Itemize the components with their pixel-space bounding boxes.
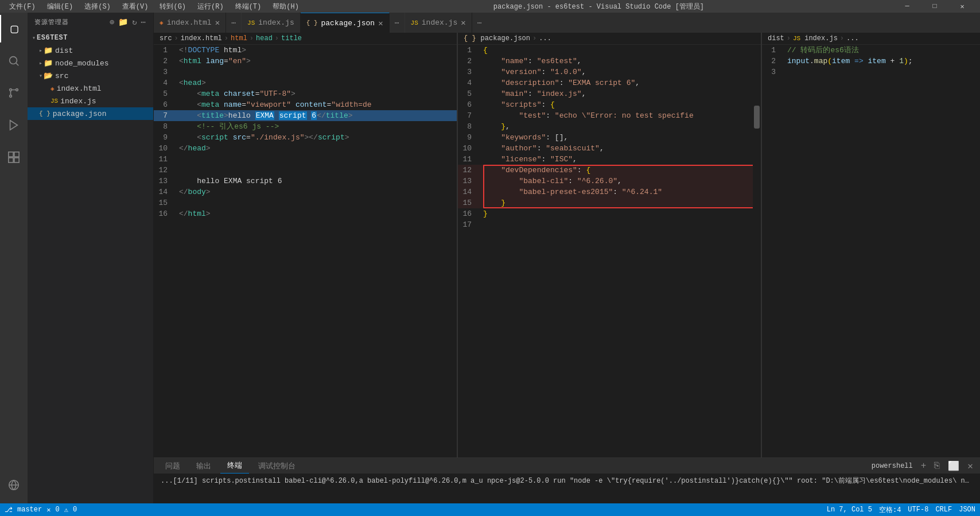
panel-tab-debug[interactable]: 调试控制台 bbox=[251, 458, 302, 474]
breadcrumb-sep2: › bbox=[224, 34, 228, 42]
tab-index-html[interactable]: ◈ index.html ✕ bbox=[154, 13, 226, 33]
svg-point-3 bbox=[16, 89, 18, 91]
sidebar-title: 资源管理器 bbox=[34, 18, 69, 26]
maximize-button[interactable]: □ bbox=[921, 0, 948, 13]
svg-point-0 bbox=[10, 57, 17, 64]
tree-root-item[interactable]: ▾ ES6TEST bbox=[28, 32, 153, 44]
code-line: 2 "name": "es6test", bbox=[458, 56, 761, 67]
code-area-left[interactable]: 1<!DOCTYPE html> 2<html lang="en"> 3 4<h… bbox=[154, 45, 457, 457]
search-icon[interactable] bbox=[0, 47, 28, 75]
sidebar-item-node-modules[interactable]: ▸ 📁 node_modules bbox=[28, 57, 153, 69]
breadcrumb-packagejson: package.json bbox=[481, 34, 530, 42]
breadcrumb-sep1: › bbox=[174, 34, 178, 42]
breadcrumb-sep3: › bbox=[250, 34, 254, 42]
tab-close-js-right[interactable]: ✕ bbox=[461, 18, 465, 28]
files-icon[interactable]: ▢ bbox=[0, 15, 28, 42]
window-title: package.json - es6test - Visual Studio C… bbox=[306, 2, 892, 11]
menu-select[interactable]: 选择(S) bbox=[80, 0, 115, 13]
new-folder-icon[interactable]: 📁 bbox=[118, 17, 129, 27]
split-terminal-icon[interactable]: ⎘ bbox=[932, 460, 942, 472]
sidebar-header: 资源管理器 ⊕ 📁 ↻ ⋯ bbox=[28, 13, 153, 32]
sidebar-item-src[interactable]: ▾ 📂 src bbox=[28, 69, 153, 82]
minimize-button[interactable]: ─ bbox=[894, 0, 920, 13]
code-area-right[interactable]: 1// 转码后的es6语法 2input.map(item => item + … bbox=[762, 45, 980, 457]
dist-label: dist bbox=[55, 46, 73, 55]
refresh-icon[interactable]: ↻ bbox=[132, 17, 137, 27]
mid-panel-overflow[interactable]: ⋯ bbox=[390, 13, 405, 33]
window-controls: ─ □ ✕ bbox=[894, 0, 975, 13]
tab-close-json[interactable]: ✕ bbox=[378, 18, 383, 28]
status-language[interactable]: JSON bbox=[959, 506, 975, 514]
new-file-icon[interactable]: ⊕ bbox=[110, 17, 115, 27]
menu-file[interactable]: 文件(F) bbox=[5, 0, 40, 13]
source-control-icon[interactable] bbox=[0, 79, 28, 107]
maximize-panel-icon[interactable]: ⬜ bbox=[946, 459, 962, 473]
status-eol[interactable]: CRLF bbox=[935, 506, 952, 514]
js-file-icon: JS bbox=[50, 98, 58, 104]
collapse-icon[interactable]: ⋯ bbox=[141, 17, 146, 27]
root-label: ES6TEST bbox=[37, 34, 68, 42]
breadcrumb-sep4: › bbox=[275, 34, 279, 42]
right-panel-overflow[interactable]: ⋯ bbox=[472, 13, 487, 33]
tab-package-json-label: package.json bbox=[321, 19, 375, 28]
chevron-right-icon: ▸ bbox=[39, 60, 42, 67]
tab-index-html-label: index.html bbox=[167, 18, 212, 27]
menu-terminal[interactable]: 终端(T) bbox=[231, 0, 266, 13]
code-area-middle[interactable]: 1{ 2 "name": "es6test", 3 "version": "1.… bbox=[458, 45, 761, 457]
menu-edit[interactable]: 编辑(E) bbox=[42, 0, 78, 13]
breadcrumb-right: dist › JS index.js › ... bbox=[762, 33, 980, 45]
tab-package-json[interactable]: { } package.json ✕ bbox=[301, 13, 390, 33]
breadcrumb-dist: dist bbox=[768, 34, 784, 42]
tab-close-html[interactable]: ✕ bbox=[215, 18, 220, 28]
sidebar-item-package-json[interactable]: { } package.json bbox=[28, 107, 153, 120]
editor-panel-left: src › index.html › html › head › title 1… bbox=[154, 33, 457, 457]
tab-index-js-right[interactable]: JS index.js ✕ bbox=[405, 13, 472, 33]
status-errors-icon[interactable]: ✕ bbox=[46, 506, 50, 514]
code-line: 14</body> bbox=[154, 187, 457, 197]
status-warnings-icon[interactable]: ⚠ bbox=[64, 506, 68, 514]
status-ln[interactable]: Ln 7, Col 5 bbox=[827, 506, 872, 514]
menu-view[interactable]: 查看(V) bbox=[118, 0, 153, 13]
menu-goto[interactable]: 转到(G) bbox=[155, 0, 190, 13]
debug-icon[interactable] bbox=[0, 111, 28, 139]
status-git-icon[interactable]: ⎇ bbox=[5, 506, 13, 514]
js-breadcrumb-icon: JS bbox=[793, 35, 800, 42]
status-git-branch[interactable]: master bbox=[17, 506, 42, 514]
svg-rect-9 bbox=[14, 158, 19, 162]
panel-tab-terminal[interactable]: 终端 bbox=[220, 458, 249, 474]
close-button[interactable]: ✕ bbox=[949, 0, 975, 13]
menu-help[interactable]: 帮助(H) bbox=[268, 0, 304, 13]
editor-tabs-row: ◈ index.html ✕ ⋯ JS index.js { } package… bbox=[154, 13, 980, 33]
menu-run[interactable]: 运行(R) bbox=[193, 0, 228, 13]
close-panel-icon[interactable]: ✕ bbox=[965, 459, 975, 473]
scrollbar-thumb[interactable] bbox=[754, 106, 760, 129]
svg-marker-5 bbox=[10, 121, 18, 130]
node-modules-label: node_modules bbox=[55, 59, 109, 68]
code-line: 9 "keywords": [], bbox=[458, 132, 761, 143]
remote-icon[interactable] bbox=[0, 471, 28, 499]
folder-icon: 📁 bbox=[44, 46, 53, 55]
breadcrumb-right-dots: ... bbox=[846, 34, 859, 42]
add-terminal-icon[interactable]: + bbox=[919, 460, 929, 472]
extensions-icon[interactable] bbox=[0, 143, 28, 171]
status-encoding[interactable]: UTF-8 bbox=[908, 506, 928, 514]
code-line-13: 13 "babel-cli": "^6.26.0", bbox=[458, 176, 761, 187]
code-line-12: 12 "devDependencies": { bbox=[458, 165, 761, 176]
left-panel-overflow[interactable]: ⋯ bbox=[226, 13, 241, 33]
breadcrumb-current: title bbox=[281, 34, 302, 42]
panel-tab-problems[interactable]: 问题 bbox=[158, 458, 187, 474]
sidebar-item-index-html[interactable]: ◈ index.html bbox=[28, 82, 153, 95]
code-line: 9 <script src="./index.js"></script> bbox=[154, 132, 457, 143]
sidebar-item-index-js[interactable]: JS index.js bbox=[28, 95, 153, 107]
sidebar-item-dist[interactable]: ▸ 📁 dist bbox=[28, 44, 153, 57]
code-line: 5 "main": "index.js", bbox=[458, 88, 761, 99]
tab-index-js-mid[interactable]: JS index.js bbox=[242, 13, 301, 33]
svg-line-1 bbox=[16, 63, 18, 65]
status-spaces[interactable]: 空格:4 bbox=[879, 505, 901, 515]
panel-content: ...[1/11] scripts.postinstall babel-cli@… bbox=[154, 474, 980, 503]
scrollbar-middle[interactable] bbox=[753, 48, 761, 457]
terminal-label: powershell bbox=[872, 462, 913, 470]
code-line: 1<!DOCTYPE html> bbox=[154, 45, 457, 56]
panel-tab-output[interactable]: 输出 bbox=[189, 458, 218, 474]
code-line: 11 "license": "ISC", bbox=[458, 154, 761, 165]
